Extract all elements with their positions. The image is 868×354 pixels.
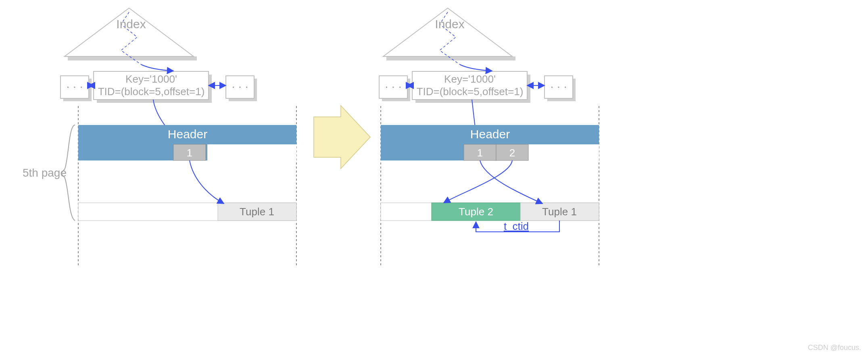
tid-label: TID=(block=5,offset=1)	[98, 85, 205, 98]
svg-marker-17	[314, 106, 370, 169]
arrow-slot2-to-tuple2	[444, 160, 512, 203]
svg-text:Index: Index	[435, 17, 464, 31]
dots-box-right-l: · · ·	[379, 76, 410, 101]
transition-arrow	[314, 106, 370, 169]
arrow-slot-to-tuple	[190, 160, 224, 204]
right-panel: Index Key='1000' TID=(block=5,offset=1) …	[379, 8, 599, 266]
page-label: 5th page	[23, 167, 67, 179]
index-triangle-right: Index	[383, 8, 515, 65]
header-label: Header	[168, 127, 207, 141]
page-block-left: Header 1 Tuple 1	[78, 106, 296, 266]
slot1-label: 1	[187, 147, 192, 159]
watermark: CSDN @foucus.	[808, 344, 861, 352]
svg-text:·  ·  ·: · · ·	[550, 79, 567, 93]
svg-marker-19	[383, 8, 512, 56]
svg-marker-1	[65, 8, 194, 56]
dots-box-left-r: · · ·	[226, 76, 257, 101]
svg-text:1: 1	[477, 147, 483, 159]
svg-text:·  ·  ·: · · ·	[385, 79, 402, 93]
index-triangle-left: Index	[65, 8, 197, 65]
diagram-canvas: Index Key='1000' TID=(block=5,offset=1) …	[0, 0, 868, 354]
dots-box-left-l: · · ·	[61, 76, 92, 101]
left-panel: Index Key='1000' TID=(block=5,offset=1) …	[23, 8, 296, 266]
svg-text:Header: Header	[470, 127, 510, 141]
index-label: Index	[116, 17, 146, 31]
page-label-brace: 5th page	[23, 125, 75, 221]
svg-text:Key='1000': Key='1000'	[444, 73, 496, 85]
svg-text:·  ·  ·: · · ·	[66, 79, 83, 93]
key-tid-box-right: Key='1000' TID=(block=5,offset=1)	[412, 71, 530, 103]
tuple1-label: Tuple 1	[240, 206, 274, 218]
svg-text:Tuple 1: Tuple 1	[542, 206, 577, 218]
tctid-label: t_ctid	[504, 220, 529, 232]
key-label: Key='1000'	[125, 73, 177, 85]
tuple2-label: Tuple 2	[459, 206, 493, 218]
svg-text:·  ·  ·: · · ·	[232, 79, 248, 93]
svg-rect-18	[386, 56, 515, 60]
arrow-index-to-key	[141, 65, 173, 71]
arrow-slot1-to-tuple1	[480, 160, 542, 204]
arrow-index-to-key-r	[460, 65, 492, 71]
dots-box-right-r: · · ·	[545, 76, 576, 101]
key-tid-box-left: Key='1000' TID=(block=5,offset=1)	[94, 71, 212, 103]
svg-rect-0	[68, 56, 197, 60]
svg-text:TID=(block=5,offset=1): TID=(block=5,offset=1)	[417, 85, 524, 98]
page-block-right: Header 1 2 Tuple 2 Tuple 1 t_ctid	[381, 106, 599, 266]
svg-text:2: 2	[509, 147, 515, 159]
